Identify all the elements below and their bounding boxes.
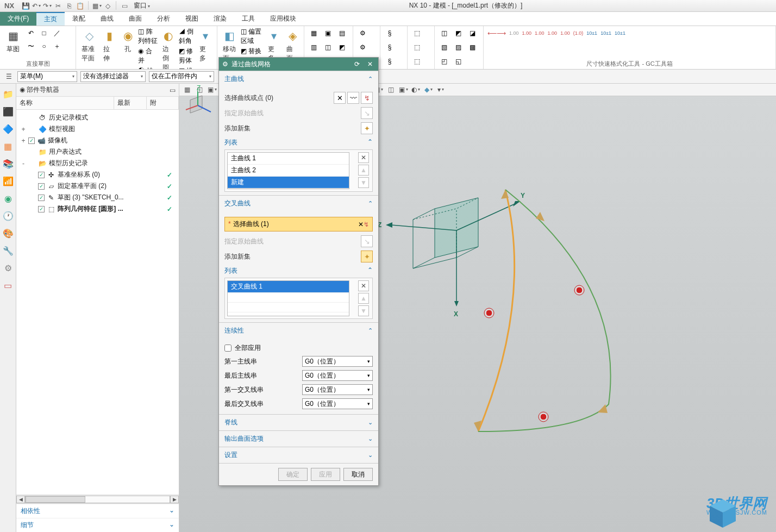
dim-val[interactable]: (1.0) xyxy=(573,28,584,39)
up-icon[interactable]: ▲ xyxy=(358,293,369,304)
dim-icon[interactable]: ⟵⟶ xyxy=(487,28,506,39)
save-icon[interactable]: 💾 xyxy=(21,1,30,11)
tool-icon[interactable]: ▤ xyxy=(336,28,347,39)
filter-dropdown-2[interactable]: 仅在工作部件内 xyxy=(149,71,214,82)
list-header[interactable]: 列表⌃ xyxy=(224,264,373,278)
qat-icon-1[interactable]: ▦ xyxy=(92,1,102,11)
section-continuity[interactable]: 连续性⌃ xyxy=(219,323,378,339)
down-icon[interactable]: ▼ xyxy=(358,305,369,316)
tool-icon[interactable]: ◩ xyxy=(336,42,347,53)
continuity-select[interactable]: G0（位置）▾ xyxy=(302,384,373,395)
chamfer-button[interactable]: ◢ 倒斜角 xyxy=(179,27,195,46)
window-icon[interactable]: ▭ xyxy=(120,1,129,11)
delete-icon[interactable]: ✕ xyxy=(358,152,369,163)
tool-icon[interactable]: ◫ xyxy=(322,42,333,53)
tool-icon[interactable]: ◪ xyxy=(467,28,478,39)
section-dependency[interactable]: 相依性⌄ xyxy=(16,504,179,518)
dim-val[interactable]: 1.00 xyxy=(548,28,558,39)
curve-icon[interactable]: 〰 xyxy=(347,92,359,104)
up-icon[interactable]: ▲ xyxy=(358,165,369,176)
tree-row[interactable]: ✓✣基准坐标系 (0)✓ xyxy=(17,169,178,180)
expand-icon[interactable]: - xyxy=(21,160,26,167)
section-detail[interactable]: 细节⌄ xyxy=(16,518,179,532)
continuity-select[interactable]: G0（位置）▾ xyxy=(302,370,373,381)
spring-icon[interactable]: § xyxy=(384,56,395,67)
dim-val[interactable]: 1.00 xyxy=(560,28,570,39)
add-icon[interactable]: ✦ xyxy=(361,251,373,262)
tool-icon[interactable]: ▣ xyxy=(322,28,333,39)
continuity-select[interactable]: G0（位置）▾ xyxy=(302,398,373,409)
tab-analysis[interactable]: 分析 xyxy=(149,12,178,26)
main-curve-list[interactable]: 主曲线 1 主曲线 2 新建 xyxy=(227,152,349,189)
hole-button[interactable]: ◉孔 xyxy=(120,27,136,55)
list-item[interactable]: 主曲线 1 xyxy=(228,153,349,165)
rect-icon[interactable]: □ xyxy=(39,28,49,39)
nav-icon[interactable]: 📁 xyxy=(2,88,14,100)
tab-surface[interactable]: 曲面 xyxy=(121,12,149,26)
mfg-icon[interactable]: ⬚ xyxy=(411,28,422,39)
pattern-feature-button[interactable]: ◫ 阵列特征 xyxy=(138,27,158,46)
expand-icon[interactable]: + xyxy=(21,137,26,145)
arc-icon[interactable]: 〜 xyxy=(26,41,36,52)
nav-icon[interactable]: 🔷 xyxy=(2,123,14,135)
down-icon[interactable]: ▼ xyxy=(358,177,369,188)
menu-icon[interactable]: ☰ xyxy=(3,71,14,82)
redo-icon[interactable]: ↷ xyxy=(42,1,52,11)
mfg-icon[interactable]: ⬚ xyxy=(411,56,422,67)
panel-max-icon[interactable]: ▭ xyxy=(170,86,176,94)
nav-icon[interactable]: ⬛ xyxy=(2,105,14,117)
dim-val[interactable]: 10±1 xyxy=(600,28,611,39)
apply-all-checkbox[interactable]: 全部应用 xyxy=(224,342,373,354)
slash-icon[interactable]: ／ xyxy=(52,28,62,39)
curve-icon[interactable]: ↯ xyxy=(364,221,369,228)
tool-icon[interactable]: ◱ xyxy=(453,56,464,67)
copy-icon[interactable]: ⎘ xyxy=(64,1,74,11)
list-item[interactable]: 新建 xyxy=(228,177,349,189)
tab-home[interactable]: 主页 xyxy=(36,12,65,26)
menu-dropdown[interactable]: 菜单(M) xyxy=(17,71,77,82)
ok-button[interactable]: 确定 xyxy=(278,468,308,481)
scroll-left-icon[interactable]: ◀ xyxy=(16,496,25,503)
cut-icon[interactable]: ✂ xyxy=(53,1,63,11)
line-icon[interactable]: ↶ xyxy=(26,28,36,39)
tool-icon[interactable]: ◰ xyxy=(439,56,449,67)
tool-icon[interactable]: ▥ xyxy=(308,42,319,53)
col-latest[interactable]: 最新 xyxy=(114,97,147,109)
dim-val[interactable]: 10±1 xyxy=(615,28,625,39)
dim-val[interactable]: 1.00 xyxy=(535,28,545,39)
checkbox-icon[interactable]: ✓ xyxy=(38,195,45,201)
col-attach[interactable]: 附 xyxy=(147,97,179,109)
tab-assembly[interactable]: 装配 xyxy=(65,12,93,26)
intersect-icon[interactable]: ✕ xyxy=(358,221,364,228)
tree-row[interactable]: ✓⬚阵列几何特征 [圆形] ...✓ xyxy=(17,203,178,215)
more-button[interactable]: ▾更多 xyxy=(197,27,214,64)
dim-val[interactable]: 1.00 xyxy=(509,28,519,39)
checkbox-icon[interactable]: ✓ xyxy=(38,206,45,212)
tree-row[interactable]: 📁用户表达式 xyxy=(17,146,178,158)
tool-icon[interactable]: ▨ xyxy=(453,42,464,53)
scroll-right-icon[interactable]: ▶ xyxy=(170,496,179,503)
nav-icon[interactable]: 🔧 xyxy=(2,245,14,256)
sketch-button[interactable]: ▦草图 xyxy=(3,27,23,55)
tab-view[interactable]: 视图 xyxy=(178,12,206,26)
extrude-button[interactable]: ▮拉伸 xyxy=(101,27,117,64)
nav-icon[interactable]: ⚙ xyxy=(2,262,14,274)
tab-render[interactable]: 渲染 xyxy=(206,12,234,26)
nav-icon[interactable]: 🎨 xyxy=(2,227,14,239)
unite-button[interactable]: ◉ 合并 xyxy=(138,47,158,65)
tab-appmodule[interactable]: 应用模块 xyxy=(262,12,304,26)
gear-icon[interactable]: ⚙ xyxy=(357,42,368,53)
list-header[interactable]: 列表⌃ xyxy=(224,136,373,149)
tool-icon[interactable]: ▩ xyxy=(467,42,478,53)
paste-icon[interactable]: 📋 xyxy=(75,1,85,11)
tool-icon[interactable]: ◩ xyxy=(453,28,464,39)
offset-region-button[interactable]: ◫ 偏置区域 xyxy=(241,27,264,46)
nav-icon[interactable]: ▭ xyxy=(2,279,14,291)
continuity-select[interactable]: G0（位置）▾ xyxy=(302,356,373,367)
gear-icon[interactable]: ⚙ xyxy=(357,28,368,39)
add-icon[interactable]: ✦ xyxy=(361,122,373,134)
intersect-icon[interactable]: ✕ xyxy=(334,92,346,104)
tree-row[interactable]: +✓📹摄像机 xyxy=(17,135,178,146)
expand-icon[interactable]: + xyxy=(21,126,26,133)
tree-row[interactable]: ✓▱固定基准平面 (2)✓ xyxy=(17,180,178,192)
